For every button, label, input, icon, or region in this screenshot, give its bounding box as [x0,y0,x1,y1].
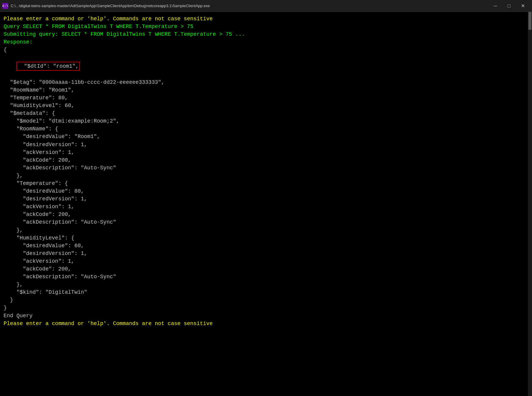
terminal-line-17: "ackCode": 200, [4,156,528,164]
terminal-line-15: "desiredVersion": 1, [4,141,528,148]
terminal-line-23: "ackVersion": 1, [4,203,528,211]
terminal-line-24: "ackCode": 200, [4,211,528,218]
terminal-line-28: "desiredValue": 60, [4,242,528,250]
app-icon: C:\ [2,3,8,9]
terminal-line-18: "ackDescription": "Auto-Sync" [4,164,528,172]
window-title: C:\...\digital-twins-samples-master\AdtS… [11,4,210,8]
terminal-line-20: "Temperature": { [4,180,528,187]
terminal-line-19: }, [4,172,528,180]
highlighted-dtid: "$dtId": "room1", [16,62,80,71]
window-controls: ─ □ ✕ [489,0,530,12]
terminal-line-4: Response: [4,38,528,46]
terminal-line-10: "HumidityLevel": 60, [4,102,528,109]
terminal-line-21: "desiredValue": 80, [4,187,528,195]
terminal-line-35: } [4,296,528,304]
terminal-line-27: "HumidityLevel": { [4,234,528,242]
terminal-line-22: "desiredVersion": 1, [4,195,528,203]
title-bar-left: C:\ C:\...\digital-twins-samples-master\… [2,3,210,9]
terminal-line-31: "ackCode": 200, [4,265,528,273]
terminal-line-8: "RoomName": "Room1", [4,86,528,94]
minimize-button[interactable]: ─ [489,0,502,12]
terminal-line-7: "$etag": "0000aaaa-11bb-cccc-dd22-eeeeee… [4,78,528,86]
terminal-line-30: "ackVersion": 1, [4,257,528,265]
terminal-line-32: "ackDescription": "Auto-Sync" [4,273,528,281]
terminal-line-36: } [4,304,528,312]
maximize-button[interactable]: □ [502,0,516,12]
scrollbar[interactable] [528,12,532,396]
close-button[interactable]: ✕ [516,0,530,12]
terminal-line-37: End Query [4,312,528,320]
terminal-line-5: { [4,46,528,54]
terminal-line-39: Please enter a command or 'help'. Comman… [4,320,528,327]
title-bar: C:\ C:\...\digital-twins-samples-master\… [0,0,532,12]
terminal-line-2: Query SELECT * FROM DigitalTwins T WHERE… [4,23,528,30]
terminal-line-6: "$dtId": "room1", [4,54,528,78]
scrollbar-thumb[interactable] [528,12,531,30]
terminal-line-14: "desiredValue": "Room1", [4,133,528,140]
terminal-line-3: Submitting query: SELECT * FROM DigitalT… [4,30,528,38]
terminal-line-33: }, [4,281,528,288]
terminal-line-13: "RoomName": { [4,125,528,133]
terminal-line-26: }, [4,226,528,234]
terminal-line-25: "ackDescription": "Auto-Sync" [4,218,528,226]
terminal-line-29: "desiredVersion": 1, [4,250,528,257]
terminal-line-16: "ackVersion": 1, [4,148,528,156]
terminal-line-9: "Temperature": 80, [4,94,528,102]
terminal-line-12: "$model": "dtmi:example:Room;2", [4,117,528,125]
terminal-line-1: Please enter a command or 'help'. Comman… [4,15,528,23]
terminal-line-34: "$kind": "DigitalTwin" [4,288,528,296]
terminal-window: Please enter a command or 'help'. Comman… [0,12,532,396]
terminal-line-11: "$metadata": { [4,109,528,117]
